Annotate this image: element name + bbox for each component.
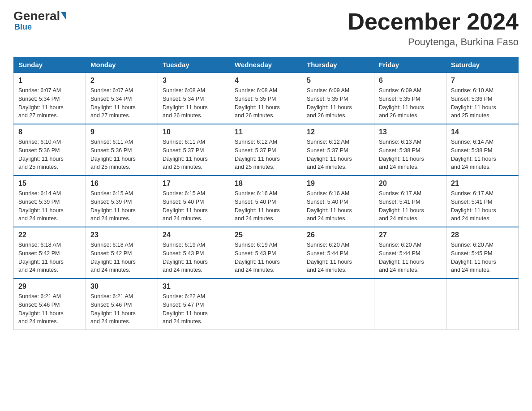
calendar-header-friday: Friday [374, 57, 446, 73]
calendar-cell: 23Sunrise: 6:18 AMSunset: 5:42 PMDayligh… [86, 227, 158, 278]
day-number: 20 [379, 180, 442, 188]
day-info: Sunrise: 6:09 AMSunset: 5:35 PMDaylight:… [379, 86, 442, 120]
day-number: 26 [307, 231, 369, 239]
calendar-cell [446, 278, 519, 330]
calendar-cell: 20Sunrise: 6:17 AMSunset: 5:41 PMDayligh… [374, 176, 446, 227]
day-number: 21 [451, 180, 514, 188]
day-info: Sunrise: 6:16 AMSunset: 5:40 PMDaylight:… [307, 189, 369, 223]
calendar-cell: 22Sunrise: 6:18 AMSunset: 5:42 PMDayligh… [14, 227, 86, 278]
month-title: December 2024 [348, 9, 519, 34]
day-info: Sunrise: 6:18 AMSunset: 5:42 PMDaylight:… [90, 241, 153, 274]
day-info: Sunrise: 6:08 AMSunset: 5:34 PMDaylight:… [163, 86, 225, 120]
calendar-cell: 6Sunrise: 6:09 AMSunset: 5:35 PMDaylight… [374, 73, 446, 124]
day-number: 28 [451, 231, 514, 239]
calendar-cell: 12Sunrise: 6:12 AMSunset: 5:37 PMDayligh… [302, 124, 374, 176]
calendar-cell [374, 278, 446, 330]
day-number: 11 [235, 128, 297, 136]
calendar-cell: 31Sunrise: 6:22 AMSunset: 5:47 PMDayligh… [158, 278, 230, 330]
calendar-cell: 7Sunrise: 6:10 AMSunset: 5:36 PMDaylight… [446, 73, 519, 124]
day-info: Sunrise: 6:07 AMSunset: 5:34 PMDaylight:… [90, 86, 153, 120]
day-number: 3 [163, 77, 225, 85]
day-number: 23 [90, 231, 153, 239]
day-info: Sunrise: 6:10 AMSunset: 5:36 PMDaylight:… [451, 86, 514, 120]
day-number: 2 [90, 77, 153, 85]
calendar-cell: 2Sunrise: 6:07 AMSunset: 5:34 PMDaylight… [86, 73, 158, 124]
day-info: Sunrise: 6:17 AMSunset: 5:41 PMDaylight:… [451, 189, 514, 223]
week-row-1: 1Sunrise: 6:07 AMSunset: 5:34 PMDaylight… [14, 73, 519, 124]
calendar-cell: 16Sunrise: 6:15 AMSunset: 5:39 PMDayligh… [86, 176, 158, 227]
day-number: 10 [163, 128, 225, 136]
day-number: 16 [90, 180, 153, 188]
day-number: 22 [18, 231, 81, 239]
calendar-cell: 24Sunrise: 6:19 AMSunset: 5:43 PMDayligh… [158, 227, 230, 278]
day-info: Sunrise: 6:09 AMSunset: 5:35 PMDaylight:… [307, 86, 369, 120]
day-info: Sunrise: 6:19 AMSunset: 5:43 PMDaylight:… [163, 241, 225, 274]
calendar-cell: 17Sunrise: 6:15 AMSunset: 5:40 PMDayligh… [158, 176, 230, 227]
day-info: Sunrise: 6:20 AMSunset: 5:44 PMDaylight:… [379, 241, 442, 274]
day-info: Sunrise: 6:14 AMSunset: 5:39 PMDaylight:… [18, 189, 81, 223]
day-number: 14 [451, 128, 514, 136]
calendar-cell: 8Sunrise: 6:10 AMSunset: 5:36 PMDaylight… [14, 124, 86, 176]
week-row-4: 22Sunrise: 6:18 AMSunset: 5:42 PMDayligh… [14, 227, 519, 278]
day-info: Sunrise: 6:15 AMSunset: 5:39 PMDaylight:… [90, 189, 153, 223]
calendar-cell: 5Sunrise: 6:09 AMSunset: 5:35 PMDaylight… [302, 73, 374, 124]
day-info: Sunrise: 6:18 AMSunset: 5:42 PMDaylight:… [18, 241, 81, 274]
calendar-cell: 9Sunrise: 6:11 AMSunset: 5:36 PMDaylight… [86, 124, 158, 176]
calendar-cell: 29Sunrise: 6:21 AMSunset: 5:46 PMDayligh… [14, 278, 86, 330]
calendar-cell: 26Sunrise: 6:20 AMSunset: 5:44 PMDayligh… [302, 227, 374, 278]
day-info: Sunrise: 6:16 AMSunset: 5:40 PMDaylight:… [235, 189, 297, 223]
day-info: Sunrise: 6:14 AMSunset: 5:38 PMDaylight:… [451, 138, 514, 171]
day-number: 6 [379, 77, 442, 85]
calendar-cell: 28Sunrise: 6:20 AMSunset: 5:45 PMDayligh… [446, 227, 519, 278]
calendar-cell: 3Sunrise: 6:08 AMSunset: 5:34 PMDaylight… [158, 73, 230, 124]
logo: General Blue [13, 9, 67, 32]
day-info: Sunrise: 6:17 AMSunset: 5:41 PMDaylight:… [379, 189, 442, 223]
calendar-cell: 15Sunrise: 6:14 AMSunset: 5:39 PMDayligh… [14, 176, 86, 227]
day-info: Sunrise: 6:20 AMSunset: 5:45 PMDaylight:… [451, 241, 514, 274]
day-number: 17 [163, 180, 225, 188]
day-info: Sunrise: 6:12 AMSunset: 5:37 PMDaylight:… [235, 138, 297, 171]
title-area: December 2024 Pouytenga, Burkina Faso [348, 9, 519, 48]
logo-blue: Blue [13, 22, 32, 32]
day-number: 5 [307, 77, 369, 85]
day-number: 13 [379, 128, 442, 136]
calendar-header-tuesday: Tuesday [158, 57, 230, 73]
day-info: Sunrise: 6:07 AMSunset: 5:34 PMDaylight:… [18, 86, 81, 120]
day-number: 24 [163, 231, 225, 239]
day-info: Sunrise: 6:21 AMSunset: 5:46 PMDaylight:… [18, 292, 81, 326]
calendar-cell: 19Sunrise: 6:16 AMSunset: 5:40 PMDayligh… [302, 176, 374, 227]
calendar-cell: 13Sunrise: 6:13 AMSunset: 5:38 PMDayligh… [374, 124, 446, 176]
calendar-header-wednesday: Wednesday [230, 57, 302, 73]
day-number: 27 [379, 231, 442, 239]
day-number: 29 [18, 283, 81, 291]
day-info: Sunrise: 6:19 AMSunset: 5:43 PMDaylight:… [235, 241, 297, 274]
day-info: Sunrise: 6:22 AMSunset: 5:47 PMDaylight:… [163, 292, 225, 326]
calendar-cell: 25Sunrise: 6:19 AMSunset: 5:43 PMDayligh… [230, 227, 302, 278]
calendar-cell: 27Sunrise: 6:20 AMSunset: 5:44 PMDayligh… [374, 227, 446, 278]
logo-arrow-icon [61, 12, 66, 20]
logo-general: General [13, 9, 60, 23]
day-number: 1 [18, 77, 81, 85]
day-info: Sunrise: 6:21 AMSunset: 5:46 PMDaylight:… [90, 292, 153, 326]
day-number: 9 [90, 128, 153, 136]
day-number: 18 [235, 180, 297, 188]
day-number: 12 [307, 128, 369, 136]
day-info: Sunrise: 6:13 AMSunset: 5:38 PMDaylight:… [379, 138, 442, 171]
location-title: Pouytenga, Burkina Faso [348, 36, 519, 48]
calendar-cell: 18Sunrise: 6:16 AMSunset: 5:40 PMDayligh… [230, 176, 302, 227]
calendar-cell [302, 278, 374, 330]
day-number: 19 [307, 180, 369, 188]
calendar-cell: 10Sunrise: 6:11 AMSunset: 5:37 PMDayligh… [158, 124, 230, 176]
calendar-cell: 21Sunrise: 6:17 AMSunset: 5:41 PMDayligh… [446, 176, 519, 227]
calendar-table: SundayMondayTuesdayWednesdayThursdayFrid… [13, 57, 519, 330]
day-info: Sunrise: 6:11 AMSunset: 5:37 PMDaylight:… [163, 138, 225, 171]
day-info: Sunrise: 6:11 AMSunset: 5:36 PMDaylight:… [90, 138, 153, 171]
calendar-cell: 14Sunrise: 6:14 AMSunset: 5:38 PMDayligh… [446, 124, 519, 176]
calendar-cell: 4Sunrise: 6:08 AMSunset: 5:35 PMDaylight… [230, 73, 302, 124]
page-header: General Blue December 2024 Pouytenga, Bu… [13, 9, 519, 48]
day-info: Sunrise: 6:12 AMSunset: 5:37 PMDaylight:… [307, 138, 369, 171]
day-number: 25 [235, 231, 297, 239]
week-row-2: 8Sunrise: 6:10 AMSunset: 5:36 PMDaylight… [14, 124, 519, 176]
day-info: Sunrise: 6:10 AMSunset: 5:36 PMDaylight:… [18, 138, 81, 171]
week-row-5: 29Sunrise: 6:21 AMSunset: 5:46 PMDayligh… [14, 278, 519, 330]
